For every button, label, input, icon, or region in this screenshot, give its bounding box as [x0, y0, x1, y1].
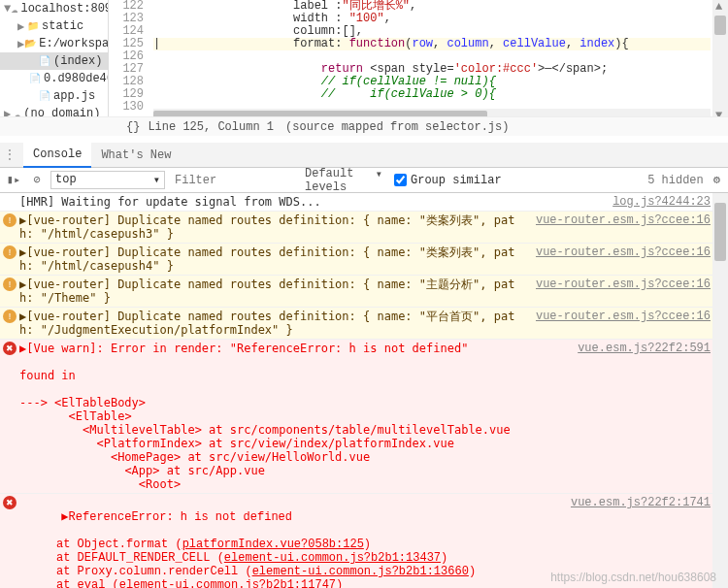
stack-link[interactable]: element-ui.common.js?b2b1:13437 [224, 551, 441, 565]
folder-o-icon [24, 37, 39, 50]
tab-console[interactable]: Console [23, 143, 91, 168]
code-editor[interactable]: 122123124125126127128129130 label :"同比增长… [109, 0, 728, 122]
editor-vscroll[interactable]: ▲▼ [712, 0, 728, 122]
cloud-icon [11, 2, 20, 16]
tree-root-label: localhost:809 [20, 2, 109, 16]
tree-item-label: app.js [53, 89, 95, 103]
console-log[interactable]: [HMR] Waiting for update signal from WDS… [0, 193, 728, 588]
log-level-selector[interactable]: Default levels▾ [305, 167, 382, 194]
group-similar-checkbox[interactable] [394, 174, 407, 186]
gear-icon[interactable]: ⚙ [713, 173, 720, 187]
log-message: [HMR] Waiting for update signal from WDS… [19, 195, 605, 209]
group-similar-label: Group similar [411, 174, 502, 187]
cursor-position: Line 125, Column 1 [148, 120, 274, 134]
tree-item-label: 0.d980de46 [44, 72, 109, 85]
source-map-info: (source mapped from selector.js) [285, 120, 509, 134]
tree-item[interactable]: ▶static [0, 17, 108, 35]
vscroll-thumb[interactable] [714, 203, 726, 261]
tree-item[interactable]: (index) [0, 52, 108, 70]
folder-icon [27, 19, 42, 33]
file-icon [29, 72, 44, 85]
stack-link[interactable]: element-ui.common.js?b2b1:13660 [252, 565, 469, 578]
file-icon [39, 89, 53, 103]
tree-item[interactable]: 0.d980de46 [0, 70, 108, 87]
context-label: top [55, 173, 77, 187]
stack-link[interactable]: element-ui.common.js?b2b1:11747 [119, 578, 336, 588]
console-toolbar: ▮▸ ⊘ top▾ Default levels▾ Group similar … [0, 168, 728, 193]
line-gutter: 122123124125126127128129130 [109, 0, 153, 114]
file-icon [39, 54, 53, 68]
log-message: ▶[Vue warn]: Error in render: "Reference… [19, 342, 570, 491]
tab-whats-new[interactable]: What's New [91, 143, 181, 168]
levels-label: Default levels [305, 167, 376, 194]
log-source-link[interactable]: vue-router.esm.js?ccee:16 [536, 245, 711, 273]
scroll-up-icon[interactable]: ▲ [715, 0, 722, 14]
tree-item-label: static [42, 19, 83, 33]
panel-tabs: ⋮ Console What's New [0, 143, 728, 168]
file-tree[interactable]: ▼localhost:809 ▶static▶E:/workspac(index… [0, 0, 109, 122]
filter-input[interactable] [171, 172, 297, 189]
tree-item[interactable]: app.js [0, 87, 108, 105]
code-area[interactable]: label :"同比增长%", width : "100", column:[]… [153, 0, 711, 114]
stack-link[interactable]: platformIndex.vue?058b:125 [182, 538, 364, 551]
log-message: ▶[vue-router] Duplicate named routes def… [19, 213, 528, 241]
tree-item-label: (index) [53, 54, 102, 68]
log-source-link[interactable]: vue-router.esm.js?ccee:16 [536, 278, 711, 305]
log-vscroll[interactable] [712, 193, 728, 588]
error-icon: ✖ [3, 342, 17, 355]
log-message: ▶[vue-router] Duplicate named routes def… [19, 278, 528, 305]
chevron-down-icon: ▾ [153, 173, 160, 187]
tree-item-label: E:/workspac [39, 37, 109, 50]
log-warning[interactable]: !▶[vue-router] Duplicate named routes de… [0, 276, 728, 308]
log-message: ▶[vue-router] Duplicate named routes def… [19, 245, 528, 273]
error-icon: ✖ [3, 496, 17, 509]
clear-console-icon[interactable]: ⊘ [27, 173, 47, 187]
tree-item[interactable]: ▶E:/workspac [0, 35, 108, 52]
context-selector[interactable]: top▾ [50, 171, 165, 189]
log-source-link[interactable]: vue-router.esm.js?ccee:16 [536, 310, 711, 337]
log-warning[interactable]: !▶[vue-router] Duplicate named routes de… [0, 212, 728, 244]
warning-icon: ! [3, 278, 17, 291]
log-source-link[interactable]: log.js?4244:23 [612, 195, 711, 209]
editor-status-bar: {} Line 125, Column 1 (source mapped fro… [0, 116, 728, 136]
log-info[interactable]: [HMR] Waiting for update signal from WDS… [0, 193, 728, 212]
log-source-link[interactable]: vue.esm.js?22f2:591 [578, 342, 711, 491]
chevron-down-icon: ▾ [376, 167, 382, 194]
log-source-link[interactable]: vue-router.esm.js?ccee:16 [536, 213, 711, 241]
drag-handle-icon[interactable]: ⋮ [4, 147, 16, 162]
log-warning[interactable]: !▶[vue-router] Duplicate named routes de… [0, 308, 728, 340]
log-message: ▶[vue-router] Duplicate named routes def… [19, 310, 528, 337]
hidden-messages[interactable]: 5 hidden [647, 174, 704, 187]
tree-root[interactable]: ▼localhost:809 [0, 0, 108, 17]
log-warning[interactable]: !▶[vue-router] Duplicate named routes de… [0, 244, 728, 276]
log-error[interactable]: ✖▶[Vue warn]: Error in render: "Referenc… [0, 340, 728, 494]
toggle-sidebar-icon[interactable]: ▮▸ [4, 173, 23, 187]
warning-icon: ! [3, 213, 17, 227]
vscroll-thumb[interactable] [714, 16, 726, 35]
warning-icon: ! [3, 310, 17, 323]
warning-icon: ! [3, 245, 17, 259]
log-message: ▶ReferenceError: h is not defined at Obj… [19, 496, 563, 588]
watermark: https://blog.csdn.net/hou638608 [550, 571, 716, 584]
